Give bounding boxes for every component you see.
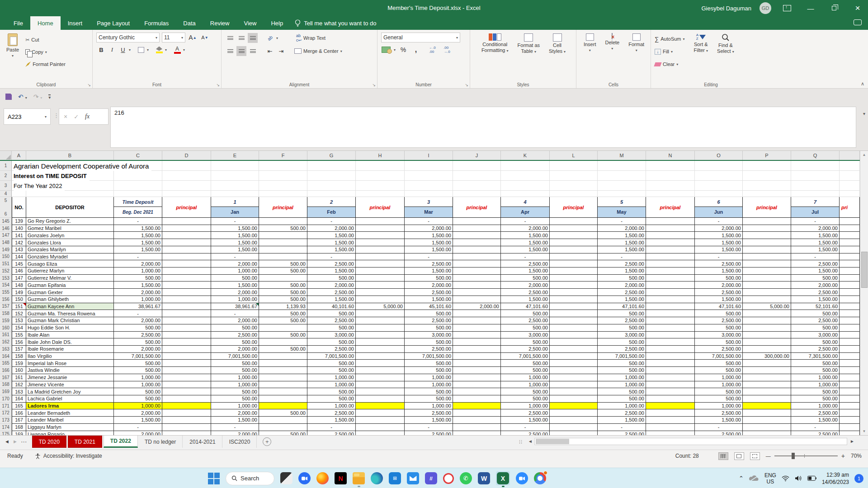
header-principal-partial[interactable]: pri [840, 197, 860, 218]
cell[interactable] [307, 181, 356, 191]
cell[interactable]: 500.00 [307, 360, 356, 367]
cell[interactable]: 1,500.00 [598, 296, 646, 303]
new-sheet-button[interactable]: + [263, 437, 271, 446]
cell-no[interactable]: 152 [12, 310, 26, 317]
cell[interactable]: 300,000.00 [743, 353, 791, 360]
zoom-out-icon[interactable]: — [766, 453, 771, 459]
cell[interactable] [550, 346, 598, 353]
cell[interactable] [501, 171, 550, 181]
cell[interactable]: 500.00 [259, 267, 307, 275]
cell[interactable] [550, 171, 598, 181]
cell[interactable]: 500.00 [307, 395, 356, 403]
cell[interactable]: 500.00 [598, 360, 646, 367]
cell[interactable] [259, 338, 307, 346]
cell[interactable] [646, 388, 695, 395]
chevron-down-icon[interactable]: ▾ [129, 48, 131, 52]
cell[interactable] [840, 353, 860, 360]
cell[interactable]: 2,500.00 [405, 409, 453, 417]
cell[interactable] [307, 191, 356, 197]
cell[interactable] [162, 303, 211, 310]
cell[interactable]: 500.00 [405, 388, 453, 395]
cell[interactable]: 2,000.00 [598, 225, 646, 232]
collapse-ribbon-icon[interactable]: ∧ [861, 81, 864, 87]
cell[interactable]: 500.00 [211, 360, 259, 367]
cell[interactable] [840, 246, 860, 253]
top-align-button[interactable] [225, 33, 235, 43]
cell[interactable] [356, 381, 405, 389]
cell[interactable]: 500.00 [695, 275, 743, 282]
cell[interactable]: 2,500.00 [695, 409, 743, 417]
cell[interactable]: 500.00 [598, 395, 646, 403]
font-color-button[interactable]: A [172, 45, 182, 55]
cell[interactable]: 1,000.00 [114, 267, 162, 275]
italic-button[interactable]: I [107, 45, 117, 55]
cell[interactable]: 500.00 [307, 367, 356, 374]
row-header[interactable]: 172 [0, 409, 12, 417]
cell[interactable]: 2,000.00 [791, 282, 840, 289]
cell[interactable] [550, 317, 598, 324]
percent-style-button[interactable]: % [398, 45, 408, 55]
cell[interactable]: 1,000.00 [405, 374, 453, 381]
cell[interactable]: 500.00 [211, 395, 259, 403]
tell-me-box[interactable]: Tell me what you want to do [295, 16, 376, 30]
chevron-down-icon[interactable]: ▾ [45, 50, 47, 54]
cell-depositor[interactable]: Ibale Alan [26, 332, 114, 339]
cell[interactable] [743, 424, 791, 431]
cell-depositor[interactable]: Go Rey Gregorio Z. [26, 218, 114, 225]
cell[interactable] [356, 374, 405, 381]
cell[interactable] [840, 360, 860, 367]
column-header-C[interactable]: C [114, 151, 162, 160]
cell[interactable]: 1,500.00 [405, 232, 453, 239]
cell[interactable]: 500.00 [259, 260, 307, 267]
select-all-corner[interactable] [0, 151, 12, 160]
cell[interactable]: 1,000.00 [114, 381, 162, 389]
row-header[interactable]: 174 [0, 424, 12, 431]
cell[interactable]: 1,139.93 [259, 303, 307, 310]
cell[interactable]: 1,500.00 [791, 267, 840, 275]
cell[interactable]: 2,500.00 [598, 346, 646, 353]
cell[interactable] [453, 360, 501, 367]
cell[interactable] [840, 260, 860, 267]
row-header[interactable]: 149 [0, 246, 12, 253]
header-month-apr[interactable]: 4Apr [501, 197, 550, 218]
cell[interactable] [550, 161, 598, 171]
cell[interactable]: 2,500.00 [791, 346, 840, 353]
comments-icon[interactable] [854, 19, 862, 25]
header-principal[interactable]: principal [743, 197, 791, 218]
confirm-entry-button[interactable]: ✓ [74, 113, 79, 120]
cell[interactable] [743, 260, 791, 267]
cell[interactable]: - [114, 253, 162, 261]
cell-no[interactable]: 150 [12, 296, 26, 303]
cell[interactable] [646, 296, 695, 303]
cell[interactable]: 1,000.00 [501, 403, 550, 410]
cell[interactable] [405, 181, 453, 191]
cell[interactable] [453, 218, 501, 225]
cell[interactable]: 1,000.00 [114, 403, 162, 410]
cancel-entry-button[interactable]: × [64, 113, 67, 120]
cell[interactable] [501, 161, 550, 171]
cell[interactable] [453, 346, 501, 353]
cell[interactable] [259, 232, 307, 239]
cell[interactable]: 2,500.00 [405, 317, 453, 324]
cell[interactable]: 2,000.00 [695, 282, 743, 289]
cell[interactable]: 1,500.00 [695, 232, 743, 239]
format-as-table-button[interactable]: Format asTable ▾ [515, 33, 543, 80]
row-header[interactable]: 164 [0, 353, 12, 360]
cell[interactable]: 500.00 [501, 395, 550, 403]
cell[interactable]: 500.00 [695, 388, 743, 395]
cell[interactable]: 500.00 [259, 296, 307, 303]
chevron-down-icon[interactable]: ▾ [183, 48, 185, 52]
close-button[interactable]: × [850, 1, 865, 15]
cell[interactable]: 1,500.00 [307, 417, 356, 424]
cell[interactable] [840, 225, 860, 232]
cell[interactable] [743, 191, 791, 197]
scroll-up-icon[interactable]: ▲ [860, 151, 868, 159]
cell[interactable] [405, 171, 453, 181]
cell[interactable] [162, 346, 211, 353]
cell[interactable] [259, 367, 307, 374]
cell[interactable] [550, 191, 598, 197]
minimize-button[interactable]: — [803, 1, 818, 15]
redo-button[interactable]: ↷ ▾ [33, 93, 42, 100]
cell[interactable]: 7,001,500.00 [114, 353, 162, 360]
name-box[interactable]: A223 ▾ [4, 108, 51, 125]
